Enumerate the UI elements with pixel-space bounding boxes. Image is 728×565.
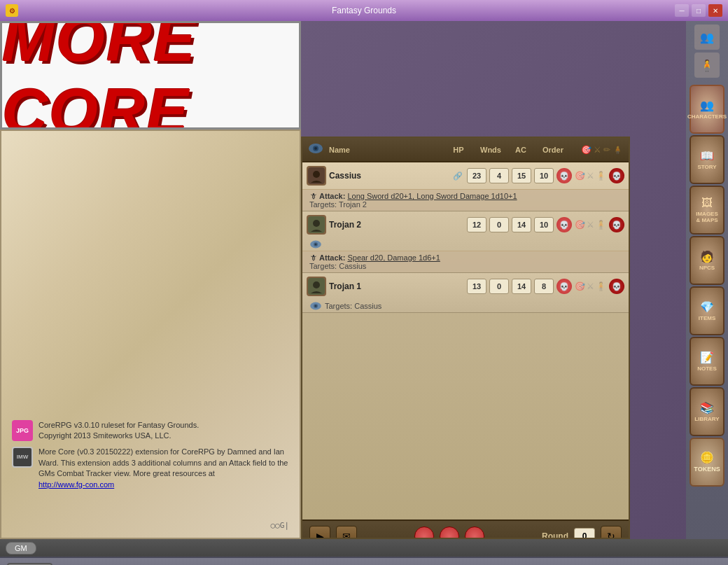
cassius-ac[interactable]: 15	[512, 168, 531, 183]
svg-point-11	[313, 281, 320, 288]
info-item-jpg: JPG CoreRPG v3.0.10 ruleset for Fantasy …	[12, 420, 289, 442]
trojan2-detail: 🗡 Attack: Spear d20, Damage 1d6+1 Target…	[302, 251, 629, 272]
trojan2-targets: Targets: Cassius	[309, 262, 622, 270]
trojan1-wnds[interactable]: 0	[489, 279, 509, 294]
npcs-icon: 🧑	[700, 250, 714, 263]
trojan1-icon	[307, 277, 326, 296]
jpg-badge: JPG	[12, 420, 33, 441]
cassius-status: 💀	[609, 168, 624, 183]
tokens-label: ToKENS	[694, 466, 720, 473]
trojan2-name: Trojan 2	[329, 220, 450, 230]
target-icon: 🎯	[581, 145, 592, 155]
row-main-cassius: Cassius 🔗 23 4 15 10 💀 🎯 ⚔ 🧍 💀	[302, 162, 629, 189]
table-row: Cassius 🔗 23 4 15 10 💀 🎯 ⚔ 🧍 💀	[302, 162, 629, 211]
sidebar-item-notes[interactable]: 📝 Notes	[690, 337, 724, 386]
sword-icon: ⚔	[594, 145, 601, 155]
svg-point-9	[314, 243, 316, 245]
jpg-info-text: CoreRPG v3.0.10 ruleset for Fantasy Grou…	[38, 420, 199, 442]
trojan1-skull: 💀	[556, 279, 572, 294]
cassius-targets: Targets: Trojan 2	[309, 200, 622, 209]
modifier-box: ⚙ 0 Modifier	[7, 563, 52, 566]
imw-badge: IMW	[12, 447, 33, 468]
cassius-sword: ⚔	[587, 171, 594, 181]
gm-bar: GM	[0, 539, 728, 557]
sidebar-item-characters[interactable]: 👥 Characters	[690, 85, 724, 134]
play-button[interactable]: ▶	[309, 526, 330, 540]
row-main-trojan2: Trojan 2 12 0 14 10 💀 🎯 ⚔ 🧍 💀	[302, 211, 629, 238]
characters-icon: 👥	[700, 99, 714, 112]
sidebar-item-images[interactable]: 🖼 Images & Maps	[690, 186, 724, 235]
trojan2-hp[interactable]: 12	[467, 217, 486, 232]
sidebar-item-library[interactable]: 📚 Library	[690, 387, 724, 436]
info-area: JPG CoreRPG v3.0.10 ruleset for Fantasy …	[12, 420, 289, 496]
fg-con-link[interactable]: http://www.fg-con.com	[38, 480, 114, 489]
maximize-button[interactable]: □	[692, 4, 706, 17]
trojan1-ac[interactable]: 14	[512, 279, 531, 294]
parchment-bottom: ○○G∣	[271, 518, 290, 531]
imw-info-text: More Core (v0.3 20150222) extension for …	[38, 447, 289, 490]
minimize-button[interactable]: ─	[675, 4, 689, 17]
face-icon-1	[414, 526, 434, 540]
edit-icon: ✏	[603, 145, 610, 155]
trojan1-eye-row: Targets: Cassius	[302, 300, 629, 312]
sidebar-item-tokens[interactable]: 🪙 ToKENS	[690, 438, 724, 487]
row-main-trojan1: Trojan 1 13 0 14 8 💀 🎯 ⚔ 🧍 💀	[302, 273, 629, 300]
svg-point-2	[314, 147, 317, 150]
trojan2-ac[interactable]: 14	[512, 217, 531, 232]
banner: More Core	[0, 21, 301, 130]
combat-header: Name HP Wnds AC Order 🎯 ⚔ ✏ 🧍	[302, 138, 629, 162]
parchment-area: JPG CoreRPG v3.0.10 ruleset for Fantasy …	[0, 130, 301, 539]
trojan2-eye-row	[302, 238, 629, 251]
items-label: Items	[699, 316, 715, 322]
close-button[interactable]: ✕	[708, 4, 722, 17]
sidebar-people-icon[interactable]: 👥	[694, 25, 720, 50]
characters-label: Characters	[687, 114, 727, 120]
sidebar-person-icon[interactable]: 🧍	[694, 53, 720, 78]
table-row: Trojan 1 13 0 14 8 💀 🎯 ⚔ 🧍 💀	[302, 273, 629, 313]
refresh-button[interactable]: ↻	[601, 526, 622, 540]
trojan2-wnds[interactable]: 0	[489, 217, 509, 232]
col-wnds: Wnds	[476, 146, 505, 154]
notes-label: Notes	[697, 366, 717, 372]
cassius-actions: 🎯 ⚔ 🧍	[575, 171, 606, 181]
cassius-icon	[307, 166, 326, 186]
trojan2-order[interactable]: 10	[534, 217, 554, 232]
sidebar-item-story[interactable]: 📖 Story	[690, 135, 724, 184]
round-value[interactable]: 0	[574, 528, 595, 540]
sidebar-item-items[interactable]: 💎 Items	[690, 286, 724, 335]
story-label: Story	[697, 165, 716, 171]
cassius-wnds[interactable]: 4	[489, 168, 509, 183]
eye-header-icon	[308, 142, 325, 158]
info-item-imw: IMW More Core (v0.3 20150222) extension …	[12, 447, 289, 490]
main-area: More Core JPG CoreRPG v3.0.10 ruleset fo…	[0, 21, 728, 539]
titlebar: ⚙ Fantasy Grounds ─ □ ✕	[0, 0, 728, 21]
col-order: Order	[536, 146, 570, 154]
combat-rows-container: Cassius 🔗 23 4 15 10 💀 🎯 ⚔ 🧍 💀	[302, 162, 629, 519]
cassius-hp[interactable]: 23	[467, 168, 486, 183]
center-panel: Name HP Wnds AC Order 🎯 ⚔ ✏ 🧍	[301, 21, 686, 539]
npcs-label: NPCs	[699, 265, 715, 272]
cassius-name: Cassius	[329, 171, 450, 181]
library-label: Library	[694, 417, 719, 423]
envelope-button[interactable]: ✉	[336, 526, 357, 540]
cassius-order[interactable]: 10	[534, 168, 554, 183]
images-label: Images & Maps	[696, 211, 718, 224]
trojan1-hp[interactable]: 13	[467, 279, 486, 294]
cassius-target: 🎯	[575, 171, 585, 181]
table-row: Trojan 2 12 0 14 10 💀 🎯 ⚔ 🧍 💀	[302, 211, 629, 273]
tokens-icon: 🪙	[700, 451, 714, 464]
window-title: Fantasy Grounds	[332, 6, 396, 15]
face-icon-3	[465, 526, 484, 540]
col-hp: HP	[445, 146, 472, 154]
titlebar-controls: ─ □ ✕	[675, 4, 722, 17]
banner-text: More Core	[2, 21, 299, 130]
trojan1-status: 💀	[609, 279, 624, 294]
left-panel: More Core JPG CoreRPG v3.0.10 ruleset fo…	[0, 21, 301, 539]
sidebar-item-npcs[interactable]: 🧑 NPCs	[690, 236, 724, 285]
cassius-detail: 🗡 Attack: Long Sword d20+1, Long Sword D…	[302, 189, 629, 211]
items-icon: 💎	[700, 300, 714, 314]
trojan1-targets: Targets: Cassius	[325, 302, 382, 310]
gm-button[interactable]: GM	[6, 542, 36, 554]
notes-icon: 📝	[700, 351, 714, 364]
trojan1-order[interactable]: 8	[534, 279, 554, 294]
